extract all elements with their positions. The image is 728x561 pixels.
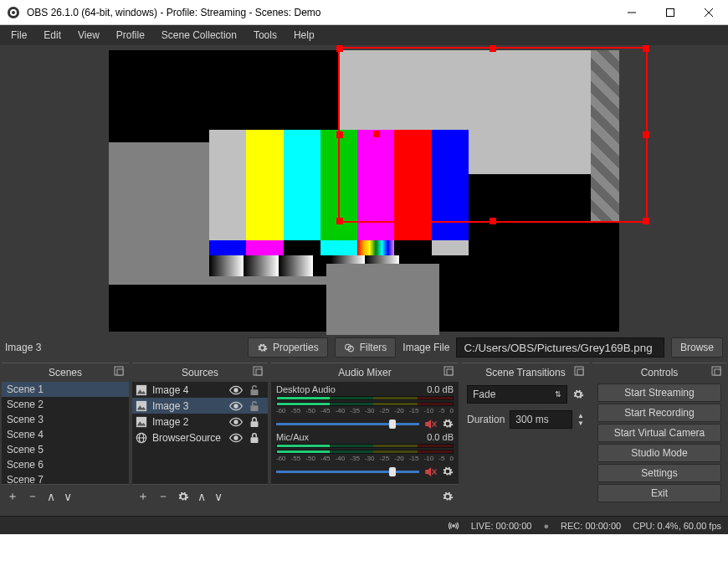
scenes-list[interactable]: Scene 1Scene 2Scene 3Scene 4Scene 5Scene…: [2, 382, 129, 484]
preview-canvas[interactable]: [109, 50, 619, 332]
lock-toggle[interactable]: [249, 384, 264, 396]
exit-button[interactable]: Exit: [597, 484, 721, 502]
lock-toggle[interactable]: [249, 400, 264, 412]
lock-toggle[interactable]: [249, 416, 264, 428]
maximize-button[interactable]: [651, 0, 690, 25]
source-name: Image 4: [152, 384, 224, 396]
source-item[interactable]: Image 2: [132, 414, 268, 430]
mixer-settings-button[interactable]: [442, 491, 454, 502]
source-properties-button[interactable]: [177, 491, 189, 502]
selected-source-name: Image 3: [5, 342, 41, 353]
channel-name: Mic/Aux: [276, 432, 309, 442]
duration-down-button[interactable]: ▼: [577, 419, 584, 427]
svg-point-2: [12, 11, 15, 14]
add-scene-button[interactable]: ＋: [7, 489, 18, 504]
browse-button[interactable]: Browse: [671, 337, 723, 358]
popout-icon[interactable]: [114, 366, 126, 378]
svg-point-19: [234, 404, 238, 408]
scene-item[interactable]: Scene 6: [2, 457, 129, 472]
add-source-button[interactable]: ＋: [137, 489, 149, 504]
menu-edit[interactable]: Edit: [36, 27, 69, 44]
scene-item[interactable]: Scene 1: [2, 382, 129, 397]
scene-item[interactable]: Scene 7: [2, 472, 129, 484]
scenes-panel: Scenes Scene 1Scene 2Scene 3Scene 4Scene…: [2, 363, 129, 507]
scene-move-down-button[interactable]: ∨: [64, 490, 72, 503]
scene-item[interactable]: Scene 2: [2, 397, 129, 412]
menu-tools[interactable]: Tools: [246, 27, 285, 44]
preview-area[interactable]: [0, 45, 728, 334]
visibility-toggle[interactable]: [229, 401, 244, 411]
channel-settings-button[interactable]: [442, 466, 454, 477]
visibility-toggle[interactable]: [229, 385, 244, 395]
duration-label: Duration: [467, 414, 505, 425]
filters-icon: [344, 342, 355, 353]
close-button[interactable]: [690, 0, 728, 25]
filters-button[interactable]: Filters: [335, 337, 397, 358]
menu-view[interactable]: View: [70, 27, 107, 44]
scene-item[interactable]: Scene 5: [2, 442, 129, 457]
transition-select[interactable]: Fade ⇅: [467, 385, 567, 404]
status-cpu: CPU: 0.4%, 60.00 fps: [633, 521, 721, 531]
visibility-toggle[interactable]: [229, 417, 244, 427]
svg-point-28: [234, 436, 238, 440]
source-item[interactable]: Image 3: [132, 398, 268, 414]
scene-item[interactable]: Scene 3: [2, 412, 129, 427]
source-item[interactable]: Image 4: [132, 382, 268, 398]
menu-help[interactable]: Help: [286, 27, 322, 44]
start-streaming-button[interactable]: Start Streaming: [597, 383, 721, 402]
lock-toggle[interactable]: [249, 432, 264, 444]
preview-source-colorbars[interactable]: [209, 130, 469, 276]
source-move-up-button[interactable]: ∧: [197, 490, 206, 503]
popout-icon[interactable]: [711, 366, 723, 378]
image-file-path-input[interactable]: [456, 337, 664, 358]
scene-item[interactable]: Scene 4: [2, 427, 129, 442]
popout-icon[interactable]: [574, 366, 586, 378]
menu-profile[interactable]: Profile: [109, 27, 152, 44]
status-rec: REC: 00:00:00: [561, 521, 621, 531]
transitions-title: Scene Transitions: [485, 367, 565, 378]
svg-rect-41: [715, 369, 720, 375]
channel-settings-button[interactable]: [442, 418, 454, 430]
svg-rect-39: [577, 369, 583, 375]
popout-icon[interactable]: [253, 366, 264, 378]
volume-slider[interactable]: [276, 471, 419, 473]
preview-source-grey-b[interactable]: [326, 264, 439, 335]
audio-meter: [276, 444, 454, 448]
svg-point-42: [452, 524, 454, 526]
meter-ticks: -60-55-50-45-40-35-30-25-20-15-10-50: [276, 455, 454, 462]
start-virtual-camera-button[interactable]: Start Virtual Camera: [597, 424, 721, 442]
svg-marker-35: [425, 466, 431, 476]
audio-mixer-panel: Audio Mixer Desktop Audio0.0 dB-60-55-50…: [271, 363, 459, 507]
scene-move-up-button[interactable]: ∧: [47, 490, 55, 503]
source-move-down-button[interactable]: ∨: [214, 490, 223, 503]
volume-slider[interactable]: [276, 423, 419, 425]
settings-button[interactable]: Settings: [597, 464, 721, 482]
menu-scene-collection[interactable]: Scene Collection: [154, 27, 244, 44]
source-name: BrowserSource: [152, 432, 224, 444]
svg-rect-29: [251, 437, 259, 443]
svg-marker-32: [425, 419, 431, 428]
remove-scene-button[interactable]: －: [27, 489, 38, 504]
properties-button[interactable]: Properties: [248, 337, 328, 358]
mixer-title: Audio Mixer: [338, 367, 391, 378]
image-file-label: Image File: [402, 342, 449, 353]
remove-source-button[interactable]: －: [157, 489, 169, 504]
svg-point-15: [234, 389, 238, 392]
transition-settings-button[interactable]: [572, 389, 584, 400]
source-item[interactable]: BrowserSource: [132, 430, 268, 445]
start-recording-button[interactable]: Start Recording: [597, 404, 721, 422]
minimize-button[interactable]: [613, 0, 651, 25]
audio-meter: [276, 402, 454, 406]
visibility-toggle[interactable]: [229, 433, 244, 443]
source-name: Image 3: [152, 400, 224, 412]
sources-list[interactable]: Image 4Image 3Image 2BrowserSource: [132, 382, 268, 484]
studio-mode-button[interactable]: Studio Mode: [597, 444, 721, 462]
svg-rect-12: [256, 369, 262, 375]
duration-up-button[interactable]: ▲: [577, 412, 584, 419]
menu-file[interactable]: File: [3, 27, 34, 44]
audio-meter: [276, 396, 454, 400]
popout-icon[interactable]: [443, 366, 455, 378]
mute-button[interactable]: [424, 419, 437, 430]
duration-spinbox[interactable]: 300 ms: [510, 410, 572, 429]
mute-button[interactable]: [424, 466, 437, 477]
